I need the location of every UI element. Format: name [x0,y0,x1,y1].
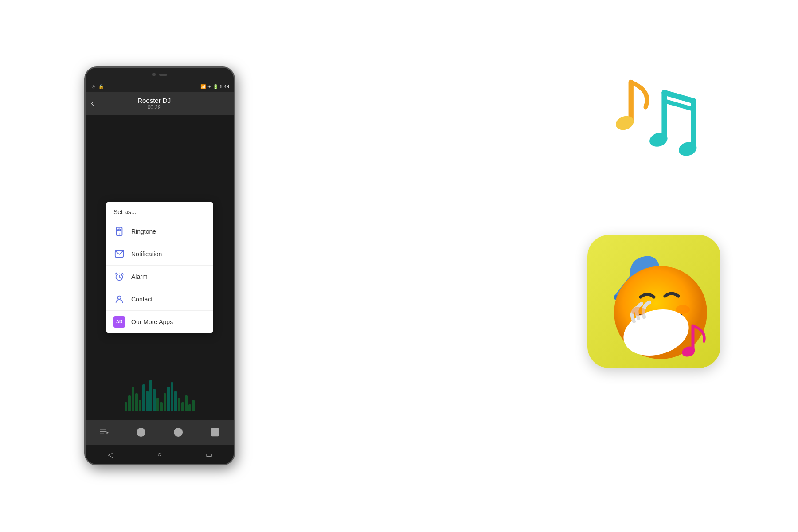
svg-rect-7 [100,430,106,430]
tablet-mockup: ⊙ 🔒 📶 ✈ 🔋 6:49 ‹ Rooster DJ 00:29 [75,53,244,479]
app-bar: ‹ Rooster DJ 00:29 [86,92,234,115]
dialog-header: Set as... [106,202,213,220]
ringtone-option[interactable]: Ringtone [106,220,213,243]
battery-icon: 🔋 [213,84,218,89]
ringtone-icon [113,226,125,237]
play-button[interactable] [131,422,151,442]
tablet-body: ⊙ 🔒 📶 ✈ 🔋 6:49 ‹ Rooster DJ 00:29 [84,66,235,466]
contact-option[interactable]: Contact [106,288,213,310]
right-panel [554,27,754,505]
lock-status-icon: 🔒 [98,83,104,90]
svg-marker-10 [106,431,109,434]
more-apps-option[interactable]: AD Our More Apps [106,310,213,333]
alarm-label: Alarm [131,273,148,280]
tablet-screen: ⊙ 🔒 📶 ✈ 🔋 6:49 ‹ Rooster DJ 00:29 [86,81,234,464]
teal-note [648,93,699,158]
app-icon-area [583,231,725,372]
svg-point-29 [631,307,645,316]
status-left-icons: ⊙ 🔒 [90,83,104,90]
track-duration: 00:29 [148,104,161,110]
svg-point-6 [117,296,121,299]
dialog-overlay: Set as... Ringtone [86,115,234,420]
orange-note [614,82,647,132]
more-apps-label: Our More Apps [131,318,173,325]
waveform-area: Set as... Ringtone [86,115,234,420]
svg-line-5 [122,273,123,274]
tablet-camera-bar [86,68,234,81]
funny-ringtones-app-icon[interactable] [587,235,720,368]
svg-rect-8 [100,431,106,432]
music-notes-svg [583,53,725,186]
status-right-icons: 📶 ✈ 🔋 6:49 [200,84,229,89]
contact-icon [113,293,125,305]
bottom-nav [86,420,234,445]
svg-rect-9 [100,434,104,434]
alarm-icon [113,271,125,282]
playlist-button[interactable] [94,422,114,442]
app-icon-svg [592,239,716,364]
app-bar-title-block: Rooster DJ 00:29 [98,97,210,110]
proximity-sensor [159,74,167,76]
gallery-button[interactable] [205,422,225,442]
front-camera [152,73,156,76]
svg-point-30 [676,305,690,314]
ringtone-label: Ringtone [131,228,156,235]
music-notes-decoration [583,35,725,204]
svg-line-20 [665,93,694,101]
svg-point-15 [213,430,215,431]
camera-status-icon: ⊙ [90,83,96,90]
contact-label: Contact [131,296,153,303]
android-back-button[interactable]: ◁ [102,446,119,463]
set-as-dialog: Set as... Ringtone [106,202,213,333]
recent-button[interactable] [168,422,188,442]
android-recents-button[interactable]: ▭ [200,446,218,463]
notification-label: Notification [131,250,162,258]
notification-icon [113,248,125,260]
signal-icon: 📶 [200,84,206,89]
svg-line-4 [115,273,117,274]
track-name: Rooster DJ [137,97,171,104]
android-nav-bar: ◁ ○ ▭ [86,445,234,464]
status-time: 6:49 [220,84,229,89]
back-button[interactable]: ‹ [91,98,94,108]
status-bar: ⊙ 🔒 📶 ✈ 🔋 6:49 [86,81,234,92]
alarm-option[interactable]: Alarm [106,265,213,288]
notification-option[interactable]: Notification [106,243,213,265]
ad-icon: AD [113,316,125,328]
bluetooth-icon: ✈ [207,84,211,89]
android-home-button[interactable]: ○ [151,446,168,463]
